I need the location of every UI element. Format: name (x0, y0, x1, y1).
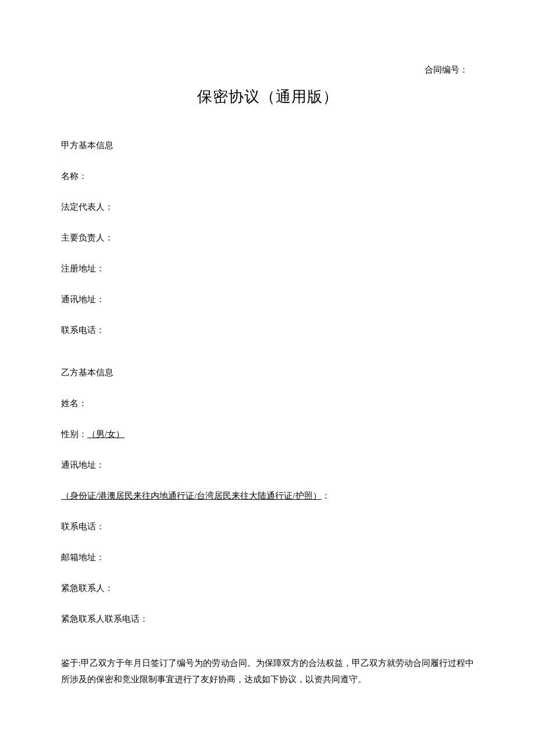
party-a-phone-label: 联系电话： (61, 324, 474, 336)
party-a-legal-rep-label: 法定代表人： (61, 201, 474, 213)
recital-paragraph: 鉴于:甲乙双方于年月日签订了编号为的劳动合同。为保障双方的合法权益，甲乙双方就劳… (61, 655, 474, 688)
party-b-emergency-contact-label: 紧急联系人： (61, 582, 474, 594)
party-b-email-label: 邮箱地址： (61, 551, 474, 564)
party-b-id-label: （身份证/港澳居民来往内地通行证/台湾居民来往大陆通行证/护照） (61, 491, 322, 500)
party-b-phone-label: 联系电话： (61, 521, 474, 533)
party-b-gender-row: 性别：（男/女） (61, 428, 474, 440)
contract-number-label: 合同编号： (61, 64, 474, 76)
party-b-section-label: 乙方基本信息 (61, 367, 474, 379)
party-a-reg-address-label: 注册地址： (61, 263, 474, 275)
party-b-mail-address-label: 通讯地址： (61, 459, 474, 471)
party-b-id-colon: ： (322, 491, 330, 500)
party-b-gender-label: 性别： (61, 429, 87, 439)
document-title: 保密协议（通用版） (61, 87, 474, 108)
party-a-section-label: 甲方基本信息 (61, 139, 474, 152)
party-a-principal-label: 主要负责人： (61, 232, 474, 244)
document-page: 合同编号： 保密协议（通用版） 甲方基本信息 名称： 法定代表人： 主要负责人：… (0, 0, 535, 688)
party-b-gender-value: （男/女） (87, 429, 124, 439)
party-b-id-row: （身份证/港澳居民来往内地通行证/台湾居民来往大陆通行证/护照）： (61, 490, 474, 502)
party-a-mail-address-label: 通讯地址： (61, 293, 474, 306)
party-a-name-label: 名称： (61, 170, 474, 182)
party-b-name-label: 姓名： (61, 397, 474, 410)
party-b-emergency-phone-label: 紧急联系人联系电话： (61, 613, 474, 625)
